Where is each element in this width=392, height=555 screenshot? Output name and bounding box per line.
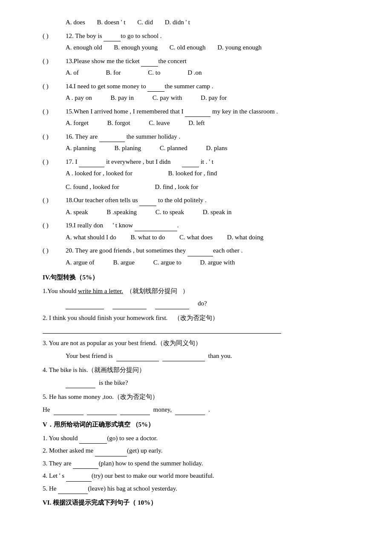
section4-title: IV.句型转换（5%） <box>43 272 358 283</box>
s4q5-money: money, <box>153 404 172 416</box>
q15-blank <box>185 110 210 117</box>
q12-blank <box>104 35 121 41</box>
q19-text: 19.I really don ' t know . <box>66 220 358 231</box>
s4q5-blank4 <box>175 408 205 415</box>
s4q5-answer: He money, . <box>43 404 358 416</box>
q14-opt-c: C. pay with <box>153 93 182 104</box>
option-d: D. didn ' t <box>165 17 190 28</box>
q20-opt-a: A. argue of <box>66 257 95 268</box>
s4q3-blank2 <box>162 355 205 361</box>
question-17: ( ) 17. I it everywhere , but I didn it … <box>43 157 358 168</box>
s4q4-suffix: is the bike? <box>99 378 128 389</box>
option-c: C. did <box>137 17 153 28</box>
q15-opt-a: A. forget <box>66 118 89 129</box>
s4q1: 1.You should write him a letter. （就划线部分提… <box>43 286 358 297</box>
s4q5-text: 5. He has some money ,too.（改为否定句） <box>43 393 159 400</box>
q18-options: A. speak B .speaking C. to speak D. spea… <box>66 207 358 218</box>
q19-opt-d: D. what doing <box>227 232 263 243</box>
q17-blank1 <box>79 160 104 167</box>
question-15: ( ) 15.When I arrived home , I remembere… <box>43 106 358 117</box>
s4q4-blank <box>66 381 95 388</box>
q17-blank2 <box>182 160 199 167</box>
q17-text: 17. I it everywhere , but I didn it . ' … <box>66 157 358 168</box>
q14-opt-b: B. pay in <box>110 93 134 104</box>
q19-opt-c: C. what does <box>179 232 213 243</box>
s4q4: 4. The bike is his.（就画线部分提问） <box>43 365 358 376</box>
s4q1-blank3 <box>155 302 189 309</box>
q16-opt-c: C. planned <box>160 143 187 154</box>
q13-opt-a: A. of <box>66 67 79 78</box>
q13-opt-c: C. to <box>148 67 160 78</box>
s4q4-text: 4. The bike is his.（就画线部分提问） <box>43 366 145 373</box>
s5q4: 4. Let ' s (try) our best to make our wo… <box>43 471 358 482</box>
q18-opt-a: A. speak <box>66 207 88 218</box>
q19-blank <box>135 224 177 231</box>
q14-text: 14.I need to get some money to the summe… <box>66 81 358 92</box>
q18-blank <box>139 199 156 206</box>
s5q1-blank <box>79 437 107 444</box>
q18-opt-d: D. speak in <box>203 207 232 218</box>
section5-title: V．用所给动词的正确形式填空 （5%） <box>43 419 358 430</box>
q13-options: A. of B. for C. to D .on <box>66 67 358 78</box>
q12-opt-a: A. enough old <box>66 42 102 53</box>
s5q1-text: 1. You should (go) to see a doctor. <box>43 435 158 442</box>
q14-opt-a: A . pay on <box>66 93 92 104</box>
q12-options: A. enough old B. enough young C. old eno… <box>66 42 358 53</box>
q13-blank <box>141 60 158 67</box>
s5q2: 2. Mother asked me (get) up early. <box>43 445 358 456</box>
q15-opt-b: B. forgot <box>107 118 130 129</box>
q12-text: 12. The boy is to go to school . <box>66 31 358 42</box>
q16-text: 16. They are the summer holiday . <box>66 131 358 142</box>
q17-options-row1: A . looked for , looked for B. looked fo… <box>66 168 358 179</box>
question-12: ( ) 12. The boy is to go to school . <box>43 31 358 42</box>
option-b: B. doesn ' t <box>97 17 126 28</box>
q18-opt-b: B .speaking <box>107 207 137 218</box>
s4q5-period: . <box>208 404 210 416</box>
q20-blank <box>187 250 213 256</box>
q14-options: A . pay on B. pay in C. pay with D. pay … <box>66 93 358 104</box>
question-20: ( ) 20. They are good friends , but some… <box>43 245 358 256</box>
s5q3: 3. They are (plan) how to spend the summ… <box>43 458 358 469</box>
s4q5-blank3 <box>120 408 150 415</box>
option-a: A. does <box>66 17 85 28</box>
question-16: ( ) 16. They are the summer holiday . <box>43 131 358 142</box>
q14-blank <box>147 85 164 92</box>
q17-opt-c: C. found , looked for <box>66 182 119 193</box>
q20-opt-c: C. argue to <box>153 257 182 268</box>
s4q5-he: He <box>43 404 50 416</box>
s5q3-text: 3. They are (plan) how to spend the summ… <box>43 460 203 467</box>
q19-options: A. what should I do B. what to do C. wha… <box>66 232 358 243</box>
q12-opt-c: C. old enough <box>170 42 206 53</box>
s4q2-text: 2. I think you should finish your homewo… <box>43 314 219 321</box>
s4q4-answer: is the bike? <box>66 378 358 389</box>
s5q4-blank <box>66 475 92 482</box>
q17-opt-d: D. find , look for <box>155 182 199 193</box>
q17-opt-b: B. looked for , find <box>168 168 217 179</box>
s4q5-blank2 <box>87 408 117 415</box>
q13-opt-d: D .on <box>187 67 202 78</box>
question-18: ( ) 18.Our teacher often tells us to the… <box>43 195 358 206</box>
question-13: ( ) 13.Please show me the ticket the con… <box>43 56 358 67</box>
s4q2-answer-line <box>43 325 281 334</box>
q20-opt-d: D. argue with <box>200 257 235 268</box>
q16-opt-d: D. plans <box>206 143 228 154</box>
q17-paren: ( ) <box>43 157 64 168</box>
s4q2: 2. I think you should finish your homewo… <box>43 313 358 324</box>
q15-text: 15.When I arrived home , I remembered th… <box>66 106 358 117</box>
q15-opt-c: C. leave <box>149 118 170 129</box>
s4q1-text: 1.You should write him a letter. （就划线部分提… <box>43 288 189 294</box>
s4q1-blank1 <box>66 302 104 309</box>
s5q4-text: 4. Let ' s (try) our best to make our wo… <box>43 472 214 479</box>
s5q2-blank <box>95 450 127 456</box>
question-14: ( ) 14.I need to get some money to the s… <box>43 81 358 92</box>
q18-text: 18.Our teacher often tells us to the old… <box>66 195 358 206</box>
q16-opt-a: A. planning <box>66 143 96 154</box>
q16-blank <box>99 135 125 142</box>
s4q5-blank1 <box>54 408 84 415</box>
q20-paren: ( ) <box>43 245 64 256</box>
q20-text: 20. They are good friends , but sometime… <box>66 245 358 256</box>
s5q5-blank <box>58 487 88 494</box>
q15-paren: ( ) <box>43 106 64 117</box>
s4q1-answer: do? <box>66 298 358 309</box>
q12-opt-d: D. young enough <box>217 42 262 53</box>
